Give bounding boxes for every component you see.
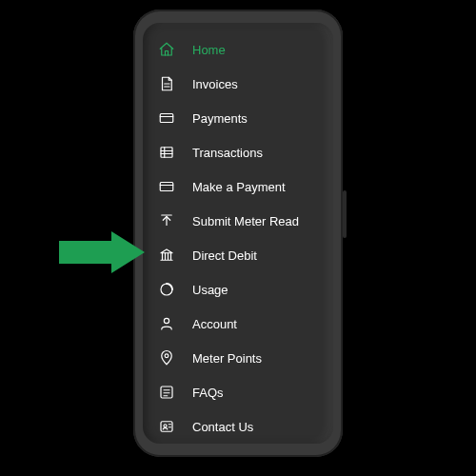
menu-item-label: Transactions — [192, 146, 263, 160]
contact-icon — [156, 416, 177, 437]
menu-item-label: Contact Us — [192, 420, 253, 434]
phone-frame: Home Invoices Payments Transactions — [133, 10, 343, 457]
menu-item-contact[interactable]: Contact Us — [143, 409, 333, 444]
menu-item-label: Invoices — [192, 77, 238, 91]
card-icon — [156, 176, 177, 197]
menu-item-faqs[interactable]: FAQs — [143, 375, 333, 409]
menu-item-label: Make a Payment — [192, 180, 286, 194]
menu-item-label: Account — [192, 317, 237, 331]
menu-item-label: Meter Points — [192, 351, 262, 366]
svg-marker-29 — [59, 231, 145, 273]
menu-item-usage[interactable]: Usage — [143, 272, 333, 307]
bank-icon — [156, 245, 177, 266]
svg-rect-2 — [160, 114, 173, 123]
menu-item-label: Payments — [192, 111, 248, 126]
menu-item-label: Submit Meter Read — [192, 214, 299, 228]
menu-item-label: Usage — [192, 283, 228, 297]
menu-item-direct-debit[interactable]: Direct Debit — [143, 238, 333, 272]
pointer-arrow — [59, 231, 145, 273]
svg-point-26 — [164, 425, 167, 427]
nav-menu: Home Invoices Payments Transactions — [143, 23, 333, 444]
list-icon — [156, 142, 177, 163]
upload-icon — [156, 210, 177, 231]
menu-item-meter-points[interactable]: Meter Points — [143, 341, 333, 375]
svg-marker-12 — [161, 249, 172, 253]
menu-item-invoices[interactable]: Invoices — [143, 67, 333, 101]
menu-item-label: Home — [192, 43, 226, 57]
home-icon — [156, 39, 177, 60]
document-icon — [156, 73, 177, 94]
faq-icon — [156, 382, 177, 403]
menu-item-transactions[interactable]: Transactions — [143, 135, 333, 169]
menu-item-submit-read[interactable]: Submit Meter Read — [143, 204, 333, 238]
svg-point-20 — [165, 354, 169, 358]
person-icon — [156, 313, 177, 334]
card-icon — [156, 108, 177, 129]
menu-item-make-payment[interactable]: Make a Payment — [143, 169, 333, 204]
pin-icon — [156, 347, 177, 368]
svg-point-19 — [164, 318, 169, 323]
menu-item-payments[interactable]: Payments — [143, 101, 333, 135]
menu-item-label: Direct Debit — [192, 248, 257, 263]
phone-side-button — [343, 190, 347, 238]
phone-screen: Home Invoices Payments Transactions — [143, 23, 333, 444]
menu-item-account[interactable]: Account — [143, 307, 333, 341]
svg-rect-4 — [161, 148, 172, 158]
svg-rect-8 — [160, 183, 173, 191]
progress-icon — [156, 279, 177, 300]
menu-item-home[interactable]: Home — [143, 32, 333, 67]
menu-item-label: FAQs — [192, 386, 224, 400]
